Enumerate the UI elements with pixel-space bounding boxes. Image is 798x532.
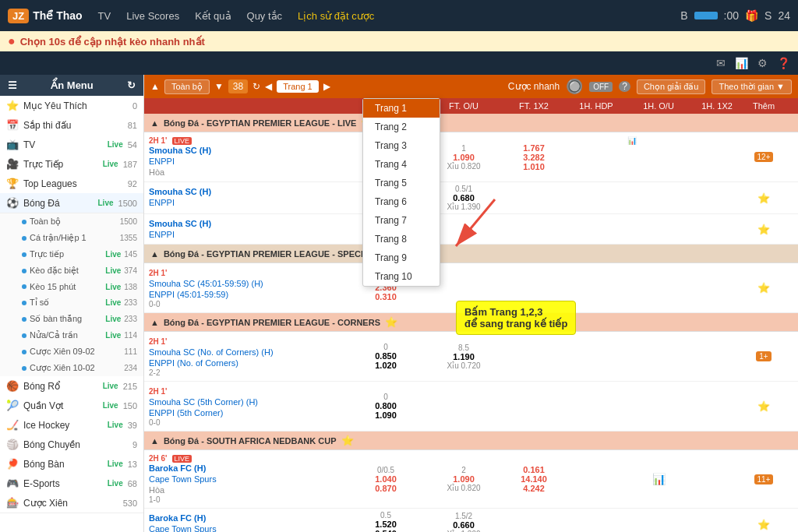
team1-2[interactable]: Smouha SC (H) bbox=[149, 187, 211, 196]
sidebar-item-upcoming[interactable]: 📅 Sắp thi đấu 81 bbox=[0, 115, 143, 135]
team2-corners1[interactable]: ENPPI (No. of Corners) bbox=[149, 358, 238, 368]
gift-icon[interactable]: 🎁 bbox=[745, 9, 758, 22]
team1-sa1[interactable]: Baroka FC (H) bbox=[149, 463, 206, 473]
nav-lichsu[interactable]: Lịch sử đặt cược bbox=[298, 10, 374, 22]
dropdown-trang5[interactable]: Trang 5 bbox=[363, 174, 440, 192]
sidebar-item-favorite[interactable]: ⭐ Mục Yêu Thích 0 bbox=[0, 96, 143, 115]
settings-icon[interactable]: ⚙ bbox=[757, 57, 768, 69]
sidebar-item-live[interactable]: 🎥 Trực Tiếp Live 187 bbox=[0, 154, 143, 174]
star-3[interactable]: ⭐ bbox=[757, 224, 770, 235]
team2-sa2[interactable]: Cape Town Spurs bbox=[149, 524, 217, 532]
team1-corners1[interactable]: Smouha SC (No. of Corners) (H) bbox=[149, 347, 274, 357]
team2-corners2[interactable]: ENPPI (5th Corner) bbox=[149, 408, 223, 417]
league-collapse-sa[interactable]: ▲ bbox=[150, 436, 159, 446]
sidebar-sub-sobanthang[interactable]: Số bàn thắng Live 233 bbox=[16, 311, 143, 327]
team2-1[interactable]: ENPPI bbox=[149, 157, 175, 166]
star-specific1[interactable]: ⭐ bbox=[757, 282, 770, 294]
choose-league-btn[interactable]: Chọn giải đấu bbox=[637, 79, 706, 94]
team1-3[interactable]: Smouha SC (H) bbox=[149, 219, 211, 228]
chevron-down-icon[interactable]: ▼ bbox=[214, 81, 224, 92]
dropdown-trang4[interactable]: Trang 4 bbox=[363, 155, 440, 174]
dropdown-trang7[interactable]: Trang 7 bbox=[363, 211, 440, 230]
sidebar-item-hockey[interactable]: 🏒 Ice Hockey Live 39 bbox=[0, 415, 143, 435]
team1-specific1[interactable]: Smouha SC (45:01-59:59) (H) bbox=[149, 279, 263, 288]
action-btn-1[interactable]: 12+ bbox=[754, 152, 774, 162]
hdp-top-corners1[interactable]: 0.850 bbox=[375, 351, 397, 361]
sidebar-item-esports[interactable]: 🎮 E-Sports Live 68 bbox=[0, 474, 143, 493]
quick-bet-toggle[interactable]: 🔘 bbox=[566, 78, 583, 95]
help-btn[interactable]: ? bbox=[619, 81, 630, 92]
x2-3-1[interactable]: 1.010 bbox=[523, 162, 545, 171]
sidebar-item-cuocxien[interactable]: 🎰 Cược Xiên 530 bbox=[0, 493, 143, 513]
sidebar-sub-catran[interactable]: Cá trận/Hiệp 1 1355 bbox=[16, 230, 143, 246]
ou-top-1[interactable]: 1.090 bbox=[453, 153, 475, 162]
team2-3[interactable]: ENPPI bbox=[149, 230, 175, 239]
dropdown-trang8[interactable]: Trang 8 bbox=[363, 230, 440, 248]
nav-livescores[interactable]: Live Scores bbox=[126, 10, 179, 22]
action-btn-corners1[interactable]: 1+ bbox=[756, 351, 771, 361]
nav-quytac[interactable]: Quy tắc bbox=[247, 10, 283, 22]
dropdown-trang3[interactable]: Trang 3 bbox=[363, 136, 440, 155]
league-collapse-corners[interactable]: ▲ bbox=[150, 318, 159, 327]
star-sa2[interactable]: ⭐ bbox=[757, 519, 770, 530]
sidebar-sub-cuocxien0902[interactable]: Cược Xiên 09-02 111 bbox=[16, 344, 143, 360]
sidebar-item-topleagues[interactable]: 🏆 Top Leagues 92 bbox=[0, 174, 143, 193]
league-collapse-specific[interactable]: ▲ bbox=[150, 249, 159, 259]
email-icon[interactable]: ✉ bbox=[716, 57, 726, 69]
league-star-corners[interactable]: ⭐ bbox=[385, 316, 397, 328]
hdp-top-corners2[interactable]: 0.800 bbox=[375, 401, 397, 410]
refresh-toolbar-icon[interactable]: ↻ bbox=[252, 81, 260, 92]
ou-top-corners1[interactable]: 1.190 bbox=[453, 352, 475, 361]
dropdown-trang6[interactable]: Trang 6 bbox=[363, 192, 440, 211]
nav-ketqua[interactable]: Kết quả bbox=[195, 10, 231, 22]
team1-corners2[interactable]: Smouha SC (5th Corner) (H) bbox=[149, 397, 258, 407]
stats-icon[interactable]: 📊 bbox=[735, 57, 748, 69]
team2-specific1[interactable]: ENPPI (45:01-59:59) bbox=[149, 290, 228, 299]
dropdown-trang1[interactable]: Trang 1 bbox=[363, 99, 440, 118]
action-btn-sa1[interactable]: 11+ bbox=[754, 474, 774, 484]
hdp-bot-corners1[interactable]: 1.020 bbox=[375, 361, 397, 370]
by-time-btn[interactable]: Theo thời gian ▼ bbox=[711, 79, 792, 94]
sidebar-item-volleyball[interactable]: 🏐 Bóng Chuyền 9 bbox=[0, 435, 143, 454]
hamburger-icon[interactable]: ☰ bbox=[8, 79, 17, 91]
account-s-icon[interactable]: S bbox=[764, 9, 772, 22]
collapse-icon[interactable]: ▲ bbox=[150, 81, 160, 92]
team1-1[interactable]: Smouha SC (H) bbox=[149, 146, 211, 155]
sidebar-item-tennis[interactable]: 🎾 Quần Vợt Live 150 bbox=[0, 396, 143, 415]
sidebar-sub-tiso[interactable]: Tỉ số Live 233 bbox=[16, 294, 143, 311]
sidebar-item-tv[interactable]: 📺 TV Live 54 bbox=[0, 135, 143, 154]
refresh-icon[interactable]: ↻ bbox=[127, 79, 136, 91]
hdp-top-sa1[interactable]: 1.040 bbox=[375, 474, 397, 484]
dropdown-trang2[interactable]: Trang 2 bbox=[363, 118, 440, 136]
x2-1-sa1[interactable]: 0.161 bbox=[523, 465, 545, 474]
hdp-bot-specific1[interactable]: 0.310 bbox=[375, 292, 397, 301]
team2-2[interactable]: ENPPI bbox=[149, 198, 175, 207]
dropdown-trang9[interactable]: Trang 9 bbox=[363, 248, 440, 267]
sidebar-sub-nuaca[interactable]: Nửa/Cả trần Live 114 bbox=[16, 327, 143, 344]
sidebar-item-tabletennis[interactable]: 🏓 Bóng Bàn Live 13 bbox=[0, 454, 143, 474]
sidebar-item-football[interactable]: ⚽ Bóng Đá Live 1500 bbox=[0, 193, 143, 213]
ou-top-2[interactable]: 0.680 bbox=[453, 193, 475, 203]
hdp-top-sa2[interactable]: 1.520 bbox=[375, 520, 397, 529]
nav-tv[interactable]: TV bbox=[98, 10, 111, 22]
sidebar-sub-keo15[interactable]: Kèo 15 phút Live 138 bbox=[16, 279, 143, 294]
sidebar-sub-cuocxien1002[interactable]: Cược Xiên 10-02 234 bbox=[16, 360, 143, 376]
league-collapse-icon[interactable]: ▲ bbox=[150, 118, 159, 128]
x2-2-1[interactable]: 3.282 bbox=[523, 153, 545, 162]
star-2[interactable]: ⭐ bbox=[757, 192, 770, 204]
next-page-icon[interactable]: ▶ bbox=[323, 81, 330, 92]
help-icon[interactable]: ❓ bbox=[777, 57, 790, 69]
all-btn[interactable]: Toàn bộ bbox=[164, 79, 210, 94]
hdp-bot-sa2[interactable]: 0.540 bbox=[375, 529, 397, 532]
ou-top-sa1[interactable]: 1.090 bbox=[453, 474, 475, 484]
dropdown-trang10[interactable]: Trang 10 bbox=[363, 267, 440, 286]
team1-sa2[interactable]: Baroka FC (H) bbox=[149, 513, 206, 523]
sidebar-sub-tructiep[interactable]: Trực tiếp Live 145 bbox=[16, 246, 143, 262]
prev-page-icon[interactable]: ◀ bbox=[265, 81, 272, 92]
x2-2-sa1[interactable]: 14.140 bbox=[521, 474, 547, 484]
chart-sa1[interactable]: 📊 bbox=[652, 473, 666, 485]
sidebar-sub-keospecial[interactable]: Kèo đặc biệt Live 374 bbox=[16, 262, 143, 279]
team2-sa1[interactable]: Cape Town Spurs bbox=[149, 474, 217, 484]
sidebar-sub-all[interactable]: Toàn bộ 1500 bbox=[16, 213, 143, 230]
page-label[interactable]: Trang 1 bbox=[277, 80, 319, 93]
